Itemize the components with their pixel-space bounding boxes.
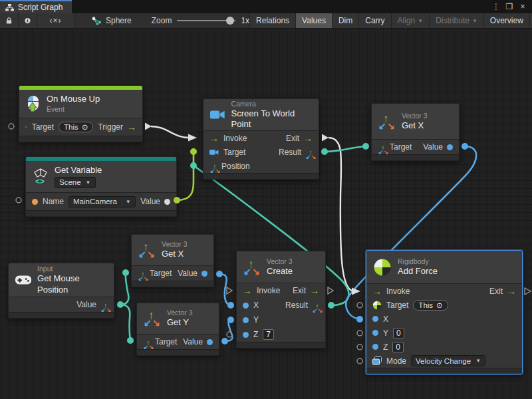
graph-breadcrumb[interactable]: Sphere [92,13,132,28]
graph-name: Sphere [106,16,132,25]
float-type-icon [243,317,249,323]
target-label: Target [386,301,408,310]
zoom-slider[interactable] [177,20,235,21]
tab-bar: Script Graph ⋮ ❐ × [0,0,532,13]
node-title: Get X [162,249,188,259]
node-category: Rigidbody [398,257,438,266]
chevron-down-icon: ▼ [86,180,91,186]
node-category: Input [37,265,107,273]
object-picker-icon[interactable]: ⊙ [82,122,88,132]
graph-toolbar: ‹×› Sphere Zoom 1x Relations Values Dim … [0,13,532,29]
close-icon[interactable]: × [517,2,528,11]
value-label: Value [423,142,443,152]
node-screen-to-world-point[interactable]: Camera Screen To World Point → Invoke Ex… [203,98,319,180]
mode-dropdown[interactable]: Velocity Change ▼ [411,355,485,366]
camera-icon [210,109,225,120]
float-type-icon [447,144,453,150]
node-on-mouse-up[interactable]: On Mouse Up Event Target This ⊙ Trigger … [19,85,143,142]
target-label: Target [390,142,412,152]
node-title: Create [267,266,293,277]
node-vector3-get-y[interactable]: ↑↙↘ Vector 3 Get Y ↑↙↘ Target Value [136,303,219,356]
align-menu[interactable]: Align▼ [392,13,430,28]
tab-script-graph[interactable]: Script Graph [0,0,72,13]
state-graph-icon [92,17,102,25]
z-value-field[interactable]: 0 [392,342,404,352]
node-subtitle: Event [47,105,100,114]
svg-text:<>: <> [35,177,45,186]
carry-toggle[interactable]: Carry [359,13,391,28]
invoke-label: Invoke [386,287,410,296]
position-label: Position [221,162,250,171]
vector3-type-icon: ↑↙↘ [101,301,107,307]
window-controls: ⋮ ❐ × [491,0,532,13]
y-value-field[interactable]: 0 [393,328,404,338]
exit-label: Exit [489,287,503,296]
node-title: Get Variable [55,165,102,176]
node-footer [9,312,114,318]
invoke-label: Invoke [257,286,280,295]
variable-scope-dropdown[interactable]: Scene ▼ [55,177,96,188]
gamepad-icon [15,275,31,285]
object-type-icon [164,199,170,205]
vector3-icon: ↑↙↘ [243,259,261,276]
lock-button[interactable] [0,13,19,28]
flow-arrow-icon: → [209,134,219,143]
info-button[interactable] [19,13,37,28]
object-picker-icon[interactable]: ⊙ [436,301,443,310]
node-get-mouse-position[interactable]: Input Get Mouse Position Value ↑↙↘ [8,263,114,319]
camera-type-icon [209,149,219,156]
node-footer [19,136,142,142]
vector3-type-icon: ↑↙↘ [138,270,144,276]
zoom-control: Zoom 1x [152,13,249,28]
node-footer [237,342,325,348]
chevron-down-icon: ▼ [475,358,481,364]
tab-title: Script Graph [18,3,63,12]
node-add-force[interactable]: Rigidbody Add Force → Invoke Exit → [366,250,523,374]
distribute-menu[interactable]: Distribute▼ [430,13,484,28]
mouse-up-icon [26,95,41,112]
value-label: Value [178,269,198,278]
value-label: Value [183,337,203,346]
result-label: Result [285,301,308,310]
zoom-slider-handle[interactable] [226,17,234,25]
clear-selection-button[interactable]: ‹×› [37,13,74,28]
graph-icon [5,4,14,11]
toolbar-toggles: Relations Values Dim Carry Align▼ Distri… [249,13,532,28]
target-this-button[interactable]: This ⊙ [59,122,93,132]
name-label: Name [43,197,64,206]
target-label: Target [223,148,245,157]
node-category: Camera [231,100,312,108]
flow-arrow-icon: → [303,134,313,143]
variable-name-dropdown[interactable]: MainCamera ▼ [68,196,136,207]
values-toggle[interactable]: Values [296,13,332,28]
float-type-icon [372,330,378,336]
overview-button[interactable]: Overview [484,13,530,28]
flow-arrow-icon: → [127,122,136,132]
node-get-variable[interactable]: <> Get Variable Scene ▼ Name MainCamera … [25,156,177,217]
dim-toggle[interactable]: Dim [332,13,359,28]
vector3-type-icon: ↑↙↘ [210,163,216,169]
target-label: Target [150,269,172,278]
result-label: Result [279,148,301,157]
flow-arrow-icon: → [243,286,252,295]
vector3-type-icon: ↑↙↘ [378,144,384,150]
flow-arrow-icon: → [310,286,319,295]
script-graph-window: Script Graph ⋮ ❐ × ‹×› [0,0,532,399]
rigidbody-icon [373,258,392,277]
trigger-label: Trigger [98,122,123,132]
maximize-icon[interactable]: ❐ [504,2,515,11]
node-vector3-get-x-top[interactable]: ↑↙↘ Vector 3 Get X ↑↙↘ Target Value [371,103,460,161]
z-value-field[interactable]: 7 [263,329,274,340]
window-menu-icon[interactable]: ⋮ [491,2,501,11]
mode-label: Mode [386,356,406,366]
target-this-button[interactable]: This ⊙ [413,300,448,311]
zoom-value: 1x [241,16,249,25]
node-vector3-create[interactable]: ↑↙↘ Vector 3 Create → Invoke Exit → X Re… [236,251,326,348]
float-type-icon [207,339,213,345]
relations-toggle[interactable]: Relations [249,13,296,28]
node-vector3-get-x-mid[interactable]: ↑↙↘ Vector 3 Get X ↑↙↘ Target Value [131,234,214,287]
float-type-icon [372,344,378,350]
z-label: Z [383,342,388,352]
float-type-icon [201,271,207,277]
vector3-icon: ↑↙↘ [378,113,396,130]
